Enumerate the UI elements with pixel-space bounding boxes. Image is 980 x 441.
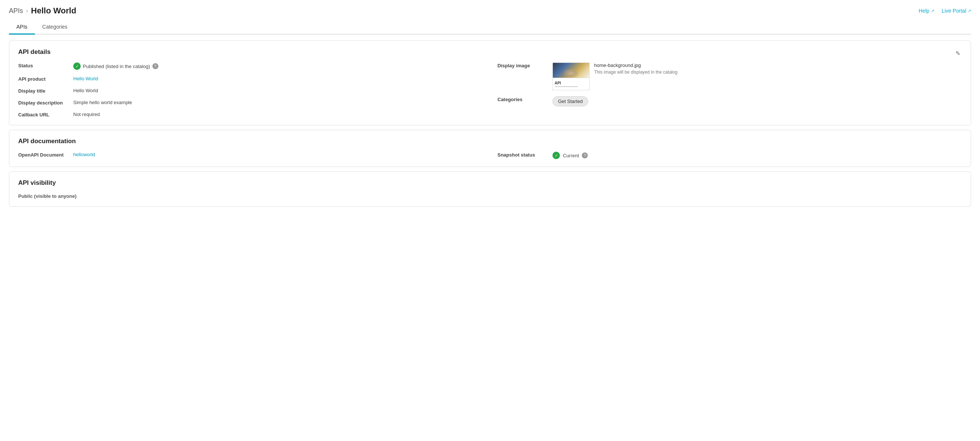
status-badge: ✓ Published (listed in the catalog) ? [73,62,158,70]
gray-line [555,86,578,87]
api-product-value[interactable]: Hello World [73,76,98,81]
api-details-title: API details [18,48,51,56]
image-thumbnail: API [552,62,590,90]
api-label-bar: API [553,78,589,90]
category-tag[interactable]: Get Started [552,96,588,106]
openapi-row: OpenAPI Document helloworld [18,152,482,159]
api-documentation-title: API documentation [18,138,962,145]
status-value: Published (listed in the catalog) [83,64,150,69]
openapi-value[interactable]: helloworld [73,152,95,157]
image-filename: home-background.jpg [594,62,678,68]
status-row: Status ✓ Published (listed in the catalo… [18,62,482,70]
breadcrumb-apis[interactable]: APIs [9,7,23,15]
status-help-icon[interactable]: ? [153,63,158,69]
display-image-row: Display image API home-bac [498,62,962,90]
tab-apis[interactable]: APIs [9,20,35,35]
status-label: Status [18,62,70,68]
api-details-left: Status ✓ Published (listed in the catalo… [18,62,482,118]
callback-url-row: Callback URL Not required [18,111,482,118]
rocket-smoke [563,69,578,78]
header-links: Help ↗ Live Portal ↗ [919,8,971,14]
callback-url-value: Not required [73,111,100,117]
snapshot-check-icon: ✓ [552,152,560,159]
image-info: home-background.jpg This image will be d… [594,62,678,75]
visibility-value: Public (visible to anyone) [18,193,76,199]
edit-button[interactable]: ✎ [954,48,962,58]
display-desc-value: Simple hello world example [73,100,132,105]
page-title: Hello World [31,6,76,16]
openapi-label: OpenAPI Document [18,152,70,158]
live-portal-ext-icon: ↗ [968,8,971,13]
api-visibility-title: API visibility [18,179,962,187]
published-check-icon: ✓ [73,62,81,70]
snapshot-help-icon[interactable]: ? [582,153,588,158]
api-product-row: API product Hello World [18,76,482,82]
api-visibility-card: API visibility Public (visible to anyone… [9,172,971,207]
snapshot-row: Snapshot status ✓ Current ? [498,152,962,159]
categories-label: Categories [498,96,549,102]
display-title-row: Display title Hello World [18,88,482,94]
callback-url-label: Callback URL [18,111,70,118]
api-details-right: Display image API home-bac [498,62,962,118]
display-desc-label: Display description [18,100,70,106]
display-desc-row: Display description Simple hello world e… [18,100,482,106]
live-portal-label: Live Portal [942,8,966,14]
visibility-row: Public (visible to anyone) [18,193,962,199]
categories-section: Get Started [552,96,588,106]
tab-categories[interactable]: Categories [35,20,75,35]
breadcrumb: APIs › Hello World [9,6,76,16]
display-image-section: API home-background.jpg This image will … [552,62,678,90]
api-details-card: API details ✎ Status ✓ Published (listed… [9,41,971,125]
tabs-row: APIs Categories [9,20,971,35]
image-hint: This image will be displayed in the cata… [594,70,678,75]
help-label: Help [919,8,929,14]
display-image-label: Display image [498,62,549,68]
help-ext-icon: ↗ [931,8,934,13]
display-title-label: Display title [18,88,70,94]
categories-row: Categories Get Started [498,96,962,106]
help-link[interactable]: Help ↗ [919,8,934,14]
rocket-background [553,63,589,78]
api-label-text: API [555,81,587,85]
breadcrumb-separator: › [26,8,28,14]
snapshot-section: ✓ Current ? [552,152,588,159]
live-portal-link[interactable]: Live Portal ↗ [942,8,971,14]
doc-content: OpenAPI Document helloworld Snapshot sta… [18,152,962,159]
snapshot-value: Current [563,153,579,158]
api-documentation-card: API documentation OpenAPI Document hello… [9,130,971,167]
api-product-label: API product [18,76,70,82]
snapshot-label: Snapshot status [498,152,549,158]
display-title-value: Hello World [73,88,98,93]
